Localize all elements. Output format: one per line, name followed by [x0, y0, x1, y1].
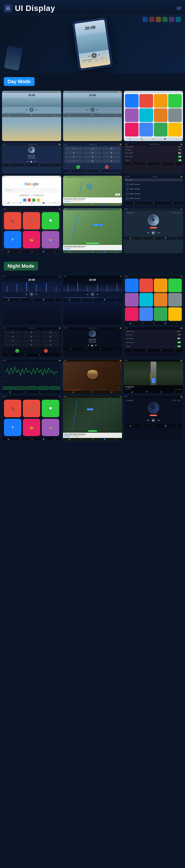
key-4[interactable]: 4 — [64, 151, 83, 155]
night-music-screen-1[interactable]: 18:16🔋 20:08 ⏮ ⏸ ⏭ 🔊🎵⚙🔵≡ — [2, 275, 61, 325]
night-food-video[interactable]: 19:03📶 02:45 ⏮⏸⏭ — [63, 359, 122, 394]
night-app-1[interactable] — [125, 279, 138, 292]
night-bt-call[interactable]: 17:50Bluetooth_Call📶 1 2 3 4 5 6 7 8 9 *… — [2, 327, 61, 358]
local-music-search[interactable]: 🔍 Search — [125, 179, 182, 181]
night-play-1[interactable]: ⏸ — [29, 292, 34, 297]
night-settings-power[interactable]: Power — [125, 345, 182, 348]
night-app-5[interactable] — [125, 293, 138, 307]
night-app-10[interactable] — [139, 307, 153, 321]
night-carplay-icons[interactable]: 18:16🔋 📞 🎵 💬 🎙 📻 📚 🔊🎵⚙🔵≡ — [2, 396, 61, 441]
carplay-audiobooks[interactable]: 📚 — [42, 231, 59, 248]
night-hot-playing[interactable]: 08:51📶 Zhangjiang 3.0 km · 5 min Hot Pla… — [124, 396, 183, 441]
night-bt-music[interactable]: 17:08Bluetooth_Music📶 Music Title Music … — [63, 327, 122, 358]
day-bt-music[interactable]: 15:49Bluetooth_Music📶 Music Title Music … — [2, 143, 61, 174]
night-app-11[interactable] — [154, 307, 167, 321]
day-bt-settings[interactable]: 15:49Bluetooth_Settings📶 Device name Car… — [124, 143, 183, 174]
carplay-music-screen[interactable]: 08:51🔋 Zhangjiang 3.0 km · 5 min Hot Pla… — [124, 208, 183, 253]
night-settings[interactable]: 17:08📶 Device name Car07 Device pin 0000… — [124, 327, 183, 358]
key-3[interactable]: 3 — [102, 147, 121, 150]
eq-band-2[interactable] — [15, 386, 25, 390]
app-icon-2[interactable] — [139, 94, 153, 107]
app-icon-6[interactable] — [139, 108, 153, 122]
carplay-radio[interactable]: 📻 — [23, 231, 40, 248]
carplay-map-screen[interactable]: 18:03🔋 10:16 ETA · 6 min Start on Changl… — [63, 208, 122, 253]
night-map-screen[interactable]: 18:03🔋 10:16 ETA Guangge Road Sunny Coff… — [63, 396, 122, 441]
eq-band-5[interactable] — [49, 386, 60, 390]
local-music-item-2[interactable]: 华晨宇-2018-mp3 — [125, 187, 182, 191]
night-play-2[interactable]: ⏸ — [90, 292, 95, 297]
night-key-5[interactable]: 5 — [23, 335, 41, 338]
night-music-screen-2[interactable]: 18:16🔋 20:08 ⏮ ⏸ ⏭ 🔊🎵⚙🔵≡ — [63, 275, 122, 325]
night-app-4[interactable] — [168, 279, 182, 292]
app-icon-7[interactable] — [154, 108, 167, 122]
app-icon-10[interactable] — [139, 123, 153, 136]
local-music-item-3[interactable]: 华晨宇_2018.mp3 — [125, 191, 182, 196]
auto-answer-toggle[interactable] — [178, 152, 181, 154]
day-app-grid[interactable]: ⋮⋮⋮⋮🔋 🔊📞⚙🔵≡ — [124, 91, 183, 141]
local-music-item-4[interactable]: 华晨宇_2018.mp3 — [125, 196, 182, 201]
key-star[interactable]: * — [64, 159, 83, 163]
day-navigation[interactable]: 15:49📶 0.9 km Sunny Coffee Western Resta… — [63, 176, 122, 206]
app-icon-4[interactable] — [168, 94, 182, 107]
eq-band-1[interactable] — [3, 386, 14, 390]
google-app-4[interactable] — [37, 198, 40, 202]
google-search-btn[interactable]: Google Search — [18, 194, 31, 197]
night-hot-play-btn[interactable]: ▶ — [151, 418, 156, 423]
night-app-9[interactable] — [125, 307, 138, 321]
night-cp-phone[interactable]: 📞 — [4, 400, 21, 417]
key-8[interactable]: 8 — [83, 155, 102, 159]
night-key-7[interactable]: 7 — [4, 339, 22, 343]
app-icon-9[interactable] — [125, 123, 138, 136]
night-app-6[interactable] — [139, 293, 153, 307]
auto-connect-toggle[interactable] — [178, 156, 181, 158]
night-settings-auto-connect[interactable]: Auto connect — [125, 341, 182, 344]
night-cp-radio[interactable]: 📻 — [23, 419, 40, 436]
day-google[interactable]: 17:47📶 Google 🔍 Search... Google Search … — [2, 176, 61, 206]
night-road[interactable]: 08:51📶 Guangge Road turn right 200m 10:1… — [124, 359, 183, 394]
carplay-phone[interactable]: 📞 — [4, 212, 21, 229]
night-settings-auto-answer[interactable]: Auto answer — [125, 337, 182, 340]
google-app-1[interactable] — [23, 198, 26, 202]
key-5[interactable]: 5 — [83, 151, 102, 155]
night-app-12[interactable] — [168, 307, 182, 321]
google-search-bar[interactable]: 🔍 Search... — [4, 188, 60, 192]
settings-auto-connect[interactable]: Auto connect — [124, 155, 183, 159]
local-music-item-1[interactable]: 华晨宇-2018-mp3 — [125, 182, 182, 187]
night-key-9[interactable]: 9 — [41, 339, 60, 343]
night-key-6[interactable]: 6 — [41, 335, 60, 338]
night-cp-podcasts[interactable]: 🎙 — [4, 419, 21, 436]
night-key-8[interactable]: 8 — [23, 339, 41, 343]
app-icon-11[interactable] — [154, 123, 167, 136]
power-toggle[interactable] — [178, 159, 181, 161]
menu-icon[interactable] — [4, 4, 12, 12]
carplay-messages[interactable]: 💬 — [42, 212, 59, 229]
call-btn[interactable]: 📞 — [76, 165, 80, 169]
key-2[interactable]: 2 — [83, 147, 102, 150]
night-auto-answer-toggle[interactable] — [177, 338, 181, 339]
app-icon-3[interactable] — [154, 94, 167, 107]
google-app-2[interactable] — [28, 198, 31, 202]
hamburger-icon[interactable] — [177, 7, 181, 10]
night-key-4[interactable]: 4 — [4, 335, 22, 338]
night-cp-audiobooks[interactable]: 📚 — [42, 419, 59, 436]
settings-auto-answer[interactable]: Auto answer — [124, 151, 183, 155]
night-call-btn[interactable]: 📞 — [15, 349, 19, 353]
night-app-8[interactable] — [168, 293, 182, 307]
day-music-screen-2[interactable]: 15:49📶 🔋 20:08 ⏮ ⏸ ⏭ 🔊🎵⚙🔵≡ — [63, 91, 122, 141]
night-app-2[interactable] — [139, 279, 153, 292]
night-key-0[interactable]: 0 — [23, 343, 41, 347]
night-key-star[interactable]: * — [4, 343, 22, 347]
night-waveform[interactable]: 11:56📶 bassmidhigh — [2, 359, 61, 394]
night-power-toggle[interactable] — [177, 345, 181, 347]
night-app-7[interactable] — [154, 293, 167, 307]
night-key-1[interactable]: 1 — [4, 331, 22, 334]
carplay-icons-screen[interactable]: 18:16🔋 📞 🎵 💬 🎙 📻 📚 🔊🎵⚙🔵≡ — [2, 208, 61, 253]
day-local-music[interactable]: 4:11 3:39localMusic📶 🔍 Search 华晨宇-2018-m… — [124, 176, 183, 206]
night-app-grid[interactable]: 18:16🔋 🔊🎵⚙🔵≡ — [124, 275, 183, 325]
day-music-screen-1[interactable]: 15:49📶 🔋 20:08 ⏮ ⏸ ⏭ 🔊🎵⚙🔵≡ — [2, 91, 61, 141]
app-icon-5[interactable] — [125, 108, 138, 122]
night-key-3[interactable]: 3 — [41, 331, 60, 334]
night-key-hash[interactable]: # — [41, 343, 60, 347]
carplay-podcasts[interactable]: 🎙 — [4, 231, 21, 248]
night-key-2[interactable]: 2 — [23, 331, 41, 334]
